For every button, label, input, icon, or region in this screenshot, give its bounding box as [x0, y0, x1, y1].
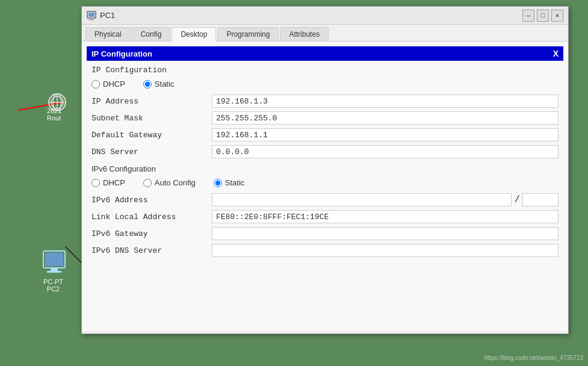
static-radio[interactable]: [143, 80, 152, 88]
ipv6-static-radio-item[interactable]: Static: [214, 178, 245, 187]
pc1-window: PC1 — □ ✕ Physical Config Desktop Progra…: [81, 6, 569, 334]
subnet-mask-label: Subnet Mask: [91, 114, 212, 123]
link-local-row: Link Local Address: [91, 210, 559, 223]
window-close-button[interactable]: ✕: [551, 10, 563, 22]
watermark: https://blog.csdn.net/weixin_4735713: [484, 355, 583, 361]
ipv6-dns-input[interactable]: [212, 244, 559, 257]
ipv6-auto-radio[interactable]: [143, 179, 152, 187]
ip-config-section: IP Configuration DHCP Static IP Address: [87, 63, 563, 265]
dhcp-label: DHCP: [103, 79, 125, 88]
maximize-button[interactable]: □: [537, 10, 549, 22]
svg-rect-6: [45, 253, 63, 266]
title-bar-left: PC1: [87, 11, 115, 20]
ip-address-label: IP Address: [91, 97, 212, 106]
ipv6-auto-radio-item[interactable]: Auto Config: [143, 178, 196, 187]
ipv6-dhcp-radio[interactable]: [91, 179, 100, 187]
ip-address-input[interactable]: [212, 95, 559, 108]
default-gateway-input[interactable]: [212, 128, 559, 141]
svg-rect-10: [88, 13, 94, 17]
ipv6-dns-row: IPv6 DNS Server: [91, 244, 559, 257]
ipv6-address-input[interactable]: [212, 193, 512, 206]
pc2-label: PC-PT PC2: [43, 278, 63, 293]
ipv6-auto-label: Auto Config: [155, 178, 196, 187]
ip-mode-radio-row: DHCP Static: [91, 79, 559, 88]
minimize-button[interactable]: —: [522, 10, 534, 22]
svg-rect-8: [47, 271, 61, 273]
tab-physical[interactable]: Physical: [85, 27, 131, 41]
title-controls: — □ ✕: [522, 10, 563, 22]
tab-bar: Physical Config Desktop Programming Attr…: [82, 25, 568, 42]
ip-config-sub-title: IP Configuration: [91, 66, 559, 75]
svg-rect-11: [90, 18, 93, 19]
static-label: Static: [155, 79, 175, 88]
dhcp-radio[interactable]: [91, 80, 100, 88]
dns-server-label: DNS Server: [91, 147, 212, 157]
ipv6-gateway-row: IPv6 Gateway: [91, 227, 559, 240]
ipv6-dhcp-label: DHCP: [103, 178, 125, 187]
ipv6-dhcp-radio-item[interactable]: DHCP: [91, 178, 125, 187]
slash-divider: /: [514, 194, 520, 205]
svg-rect-7: [51, 268, 58, 271]
ipv6-static-label: Static: [225, 178, 245, 187]
window-icon: [87, 11, 96, 20]
ipv6-dns-label: IPv6 DNS Server: [91, 246, 212, 255]
ipv6-prefix-input[interactable]: [522, 193, 559, 206]
ip-config-header: IP Configuration X: [87, 46, 563, 61]
ipv6-static-radio[interactable]: [214, 179, 222, 187]
subnet-mask-row: Subnet Mask: [91, 111, 559, 125]
default-gateway-label: Default Gateway: [91, 131, 212, 140]
ip-config-title: IP Configuration: [91, 49, 152, 58]
ip-address-row: IP Address: [91, 95, 559, 108]
title-bar: PC1 — □ ✕: [82, 7, 568, 25]
dhcp-radio-item[interactable]: DHCP: [91, 79, 125, 88]
tab-desktop[interactable]: Desktop: [172, 27, 216, 42]
tab-programming[interactable]: Programming: [217, 27, 279, 41]
ipv6-config-title: IPv6 Configuration: [91, 164, 559, 173]
dns-server-row: DNS Server: [91, 145, 559, 158]
ipv6-address-row: IPv6 Address /: [91, 193, 559, 206]
link-local-input[interactable]: [212, 210, 559, 223]
tab-attributes[interactable]: Attributes: [280, 27, 329, 41]
pc2-icon: [42, 250, 66, 279]
subnet-mask-input[interactable]: [212, 111, 559, 125]
window-title: PC1: [100, 11, 115, 20]
default-gateway-row: Default Gateway: [91, 128, 559, 141]
content-area: IP Configuration X IP Configuration DHCP…: [82, 42, 568, 331]
tab-config[interactable]: Config: [132, 27, 171, 41]
ipv6-gateway-label: IPv6 Gateway: [91, 229, 212, 238]
ip-config-close-button[interactable]: X: [553, 49, 559, 58]
svg-rect-12: [88, 19, 94, 20]
router-label: 2621 Rout: [47, 107, 61, 122]
dns-server-input[interactable]: [212, 145, 559, 158]
link-local-label: Link Local Address: [91, 212, 212, 222]
ipv6-address-label: IPv6 Address: [91, 196, 212, 205]
static-radio-item[interactable]: Static: [143, 79, 175, 88]
ipv6-mode-radio-row: DHCP Auto Config Static: [91, 178, 559, 187]
ipv6-address-inputs: /: [212, 193, 559, 206]
ipv6-gateway-input[interactable]: [212, 227, 559, 240]
